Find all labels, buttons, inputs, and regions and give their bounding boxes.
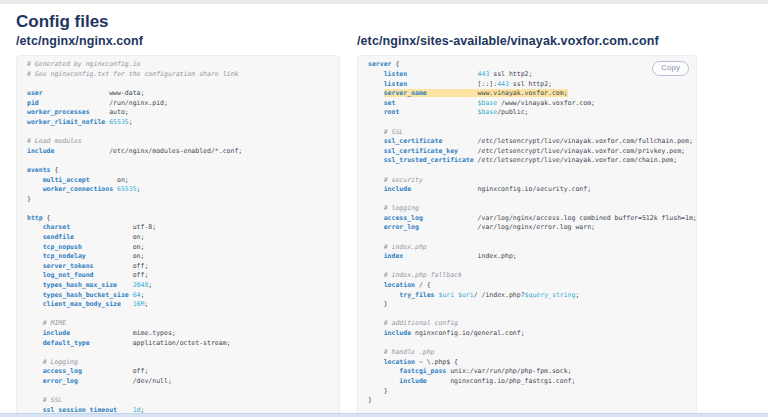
code-line	[27, 156, 329, 166]
copy-button[interactable]: Copy	[652, 61, 689, 75]
code-line: listen 443 ssl http2;	[368, 70, 686, 80]
code-line: ssl_certificate /etc/letsencrypt/live/vi…	[368, 137, 686, 147]
code-line: # additional config	[368, 319, 686, 329]
code-line	[368, 233, 686, 243]
code-line: worker_connections 65535;	[27, 185, 329, 195]
code-line: # MIME	[27, 319, 329, 329]
code-line: }	[368, 300, 686, 310]
code-line: location / {	[368, 281, 686, 291]
code-line: server {	[368, 60, 686, 70]
code-line: types_hash_bucket_size 64;	[27, 291, 329, 301]
code-line: default_type application/octet-stream;	[27, 339, 329, 349]
code-line: root $base/public;	[368, 108, 686, 118]
code-line: location ~ \.php$ {	[368, 358, 686, 368]
code-line: include mime.types;	[27, 329, 329, 339]
code-line: # logging	[368, 204, 686, 214]
code-line	[27, 204, 329, 214]
code-line: }	[27, 195, 329, 205]
code-line: client_max_body_size 16M;	[27, 300, 329, 310]
page-title: Config files	[16, 12, 768, 32]
code-line: ssl_trusted_certificate /etc/letsencrypt…	[368, 156, 686, 166]
code-line: include /etc/nginx/modules-enabled/*.con…	[27, 147, 329, 157]
code-line: log_not_found off;	[27, 271, 329, 281]
code-line: ssl_certificate_key /etc/letsencrypt/liv…	[368, 147, 686, 157]
code-line: pid /run/nginx.pid;	[27, 99, 329, 109]
code-line: error_log /var/log/nginx/error.log warn;	[368, 223, 686, 233]
code-block-site-conf: server { listen 443 ssl http2; listen [:…	[368, 60, 686, 405]
code-line: worker_processes auto;	[27, 108, 329, 118]
code-line	[368, 262, 686, 272]
code-line: access_log /var/log/nginx/access.log com…	[368, 214, 686, 224]
code-line: events {	[27, 166, 329, 176]
code-line: }	[368, 396, 686, 406]
top-divider	[0, 0, 768, 4]
code-line	[368, 195, 686, 205]
code-line: user www-data;	[27, 89, 329, 99]
column-nginx-conf: /etc/nginx/nginx.conf # Generated by ngi…	[16, 34, 340, 417]
code-line: multi_accept on;	[27, 176, 329, 186]
highlighted-line: server_name www.vinayak.voxfor.com;	[368, 89, 686, 99]
code-line: server_tokens off;	[27, 262, 329, 272]
code-line: # See nginxconfig.txt for the configurat…	[27, 70, 329, 80]
code-line: fastcgi_pass unix:/var/run/php/php-fpm.s…	[368, 367, 686, 377]
code-line	[27, 387, 329, 397]
code-line	[368, 339, 686, 349]
code-line: error_log /dev/null;	[27, 377, 329, 387]
code-line: include nginxconfig.io/security.conf;	[368, 185, 686, 195]
code-line	[27, 310, 329, 320]
code-line: types_hash_max_size 2048;	[27, 281, 329, 291]
code-line: try_files $uri $uri/ /index.php?$query_s…	[368, 291, 686, 301]
code-line	[368, 310, 686, 320]
code-line: include nginxconfig.io/general.conf;	[368, 329, 686, 339]
code-block-nginx-conf: # Generated by nginxconfig.io# See nginx…	[27, 60, 329, 415]
code-line: include nginxconfig.io/php_fastcgi.conf;	[368, 377, 686, 387]
code-line: set $base /www/vinayak.voxfor.com;	[368, 99, 686, 109]
code-line: # Generated by nginxconfig.io	[27, 60, 329, 70]
code-line: # handle .php	[368, 348, 686, 358]
code-line	[27, 348, 329, 358]
code-line: # Load modules	[27, 137, 329, 147]
code-line: tcp_nopush on;	[27, 243, 329, 253]
code-line	[27, 80, 329, 90]
code-line: # SSL	[368, 128, 686, 138]
code-line: # Logging	[27, 358, 329, 368]
code-panel-nginx-conf: # Generated by nginxconfig.io# See nginx…	[16, 55, 340, 417]
code-line: worker_rlimit_nofile 65535;	[27, 118, 329, 128]
code-line	[368, 118, 686, 128]
code-line: http {	[27, 214, 329, 224]
code-line: access_log off;	[27, 367, 329, 377]
code-line: sendfile on;	[27, 233, 329, 243]
code-panel-site-conf: Copy server { listen 443 ssl http2; list…	[357, 55, 697, 414]
bottom-section-edge	[0, 413, 768, 417]
column-site-conf: /etc/nginx/sites-available/vinayak.voxfo…	[357, 34, 697, 414]
file-path-title-nginx-conf: /etc/nginx/nginx.conf	[16, 34, 340, 49]
file-path-title-site-conf: /etc/nginx/sites-available/vinayak.voxfo…	[357, 34, 697, 49]
config-files-section: Config files /etc/nginx/nginx.conf # Gen…	[0, 12, 768, 417]
code-line: tcp_nodelay on;	[27, 252, 329, 262]
code-line: # index.php fallback	[368, 271, 686, 281]
code-line: # SSL	[27, 396, 329, 406]
code-line: charset utf-8;	[27, 223, 329, 233]
code-line: # security	[368, 176, 686, 186]
config-columns: /etc/nginx/nginx.conf # Generated by ngi…	[16, 34, 768, 417]
code-line: index index.php;	[368, 252, 686, 262]
code-line	[368, 166, 686, 176]
code-line	[27, 128, 329, 138]
code-line: listen [::]:443 ssl http2;	[368, 80, 686, 90]
code-line: # index.php	[368, 243, 686, 253]
code-line: }	[368, 387, 686, 397]
